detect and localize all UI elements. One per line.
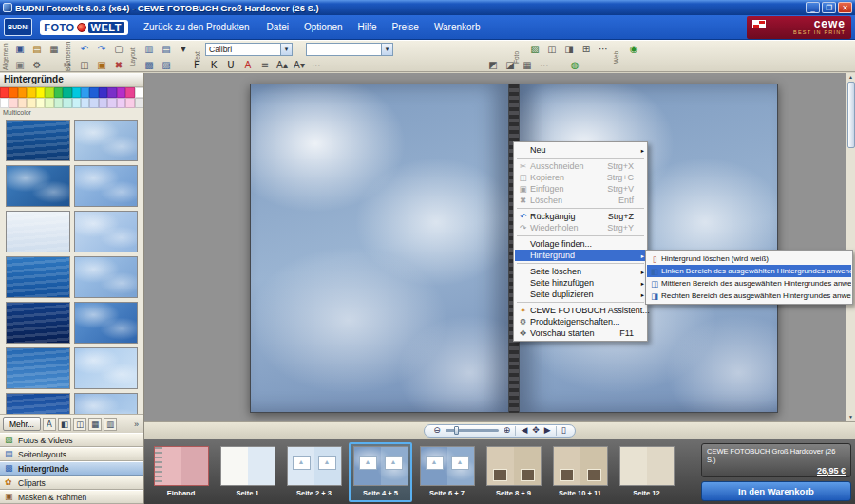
open-icon[interactable]: ▤: [28, 42, 46, 56]
color-swatch[interactable]: [9, 87, 17, 98]
photo-icon[interactable]: ▧: [526, 42, 543, 56]
color-swatch[interactable]: [63, 98, 71, 108]
menu-item[interactable]: Optionen: [304, 22, 343, 32]
color-swatch[interactable]: [135, 87, 143, 98]
titlebar[interactable]: BUDNI Fotowelt 6.0.3 (x64) - CEWE FOTOBU…: [0, 0, 855, 15]
menu-back-to-products[interactable]: Zurück zu den Produkten: [143, 22, 250, 32]
color-swatch[interactable]: [18, 98, 27, 108]
submenu-clear-background[interactable]: ▯ Hintergrund löschen (wird weiß): [647, 252, 851, 265]
zoom-in-icon[interactable]: ⊕: [504, 426, 511, 435]
context-menu-item[interactable]: ▣ Einfügen Strg+V: [515, 183, 646, 195]
context-menu-item[interactable]: Seite duplizieren ▸: [515, 289, 646, 300]
color-swatch[interactable]: [72, 98, 81, 108]
bg-soft-blue[interactable]: [74, 211, 139, 252]
menu-item[interactable]: Preise: [392, 22, 419, 32]
color-swatch[interactable]: [81, 87, 89, 98]
font-size-down-button[interactable]: A▾: [291, 58, 308, 72]
fit-view-icon[interactable]: ✥: [532, 426, 540, 435]
bg-deep-blue[interactable]: [6, 302, 70, 344]
color-swatch[interactable]: [45, 87, 53, 98]
color-fill-icon[interactable]: ◧: [58, 418, 71, 431]
view-double-icon[interactable]: ▦: [88, 418, 102, 431]
toolbar-icon[interactable]: [46, 58, 59, 72]
more-button[interactable]: Mehr...: [3, 417, 41, 431]
submenu-apply-left-region[interactable]: ◧ Linken Bereich des ausgewählten Hinter…: [647, 265, 851, 277]
context-menu-item[interactable]: ✦ CEWE FOTOBUCH Assistent...: [515, 305, 646, 316]
context-menu-item[interactable]: Vorlage finden...: [515, 238, 646, 250]
color-swatch[interactable]: [117, 87, 125, 98]
text-style-icon[interactable]: A: [43, 418, 56, 431]
paste-icon[interactable]: ▣: [93, 58, 110, 72]
canvas-scrollbar[interactable]: ▲ ▼: [846, 73, 855, 421]
bg-powder[interactable]: [74, 393, 139, 414]
bg-dark-water[interactable]: [6, 120, 70, 161]
scroll-up-icon[interactable]: ▲: [848, 73, 853, 82]
color-swatch[interactable]: [27, 98, 35, 108]
thumb-seite-6-7[interactable]: Seite 6 + 7: [415, 442, 479, 502]
toolbar-icon[interactable]: [175, 58, 188, 72]
copy-icon[interactable]: ◫: [76, 58, 93, 72]
distribute-icon[interactable]: ▨: [158, 58, 175, 72]
product-price[interactable]: 26,95 €: [707, 466, 846, 476]
color-swatch[interactable]: [125, 87, 134, 98]
close-button[interactable]: ✕: [838, 2, 852, 13]
color-swatch[interactable]: [45, 98, 53, 108]
context-menu-item[interactable]: Neu ▸: [515, 144, 646, 156]
align-button[interactable]: ≡: [256, 58, 274, 72]
bg-light-sky[interactable]: [74, 347, 139, 389]
color-swatch[interactable]: [63, 87, 71, 98]
tab-fotos-videos[interactable]: ▧ Fotos & Videos: [0, 433, 143, 447]
thumb-seite-4-5[interactable]: Seite 4 + 5: [349, 442, 412, 502]
context-menu-item[interactable]: ✂ Ausschneiden Strg+X: [515, 160, 646, 172]
context-menu-item[interactable]: ⚙ Produkteigenschaften...: [515, 316, 646, 327]
web-upload-icon[interactable]: ◍: [566, 58, 583, 72]
thumb-seite-1[interactable]: Seite 1: [216, 442, 279, 502]
color-swatch[interactable]: [89, 87, 98, 98]
color-swatch[interactable]: [36, 87, 45, 98]
color-swatch[interactable]: [99, 98, 107, 108]
bg-blue-clouds[interactable]: [6, 165, 70, 207]
text-more-icon[interactable]: ⋯: [308, 58, 325, 72]
italic-button[interactable]: K: [205, 58, 222, 72]
photo-grid-icon[interactable]: ▦: [519, 58, 536, 72]
save-icon[interactable]: ▣: [11, 42, 28, 56]
view-single-icon[interactable]: ◫: [73, 418, 86, 431]
zoom-out-icon[interactable]: ⊖: [433, 426, 441, 435]
tab-cliparts[interactable]: ✿ Cliparts: [0, 476, 143, 490]
redo-icon[interactable]: ↷: [93, 42, 110, 56]
color-swatch[interactable]: [125, 98, 134, 108]
toolbar-icon[interactable]: [471, 58, 484, 72]
toolbar-icon[interactable]: [553, 58, 566, 72]
bg-sky[interactable]: [74, 165, 139, 207]
photo-more-icon[interactable]: ⋯: [536, 58, 553, 72]
menu-item[interactable]: Datei: [267, 22, 289, 32]
save-as-icon[interactable]: ▣: [11, 58, 28, 72]
color-swatch[interactable]: [89, 98, 98, 108]
context-menu-item[interactable]: ✖ Löschen Entf: [515, 195, 646, 206]
color-swatch[interactable]: [54, 87, 63, 98]
next-page-icon[interactable]: ▶: [544, 426, 551, 435]
menu-item[interactable]: Warenkorb: [434, 22, 481, 32]
color-swatch[interactable]: [99, 87, 107, 98]
color-swatch[interactable]: [117, 98, 125, 108]
submenu-apply-middle-region[interactable]: ◫ Mittleren Bereich des ausgewählten Hin…: [647, 277, 851, 289]
minimize-button[interactable]: _: [806, 2, 820, 13]
thumb-seite-10-11[interactable]: Seite 10 + 11: [548, 442, 612, 502]
settings-icon[interactable]: ⚙: [28, 58, 46, 72]
thumb-seite-2-3[interactable]: Seite 2 + 3: [282, 442, 346, 502]
view-grid-icon[interactable]: ▥: [104, 418, 117, 431]
spread-view-icon[interactable]: ▯: [561, 426, 566, 435]
color-swatch[interactable]: [9, 98, 17, 108]
bg-pale-texture[interactable]: [6, 211, 70, 252]
toolbar-icon[interactable]: [325, 58, 458, 72]
submenu-apply-right-region[interactable]: ◨ Rechten Bereich des ausgewählten Hinte…: [647, 289, 851, 302]
bg-waterdrop[interactable]: [6, 256, 70, 298]
tab-masken-rahmen[interactable]: ▣ Masken & Rahmen: [0, 490, 143, 504]
photo-edit-icon[interactable]: ◩: [484, 58, 502, 72]
toolbar-icon[interactable]: [393, 42, 526, 56]
color-swatch[interactable]: [107, 98, 116, 108]
context-menu-item[interactable]: Seite hinzufügen ▸: [515, 277, 646, 289]
print-icon[interactable]: ▦: [46, 42, 63, 56]
bg-light-clouds[interactable]: [74, 120, 139, 161]
layout-grid-icon[interactable]: ▥: [141, 42, 158, 56]
